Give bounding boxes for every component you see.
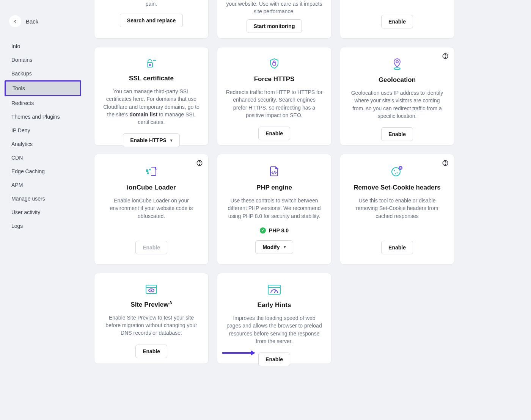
svg-point-5: [445, 57, 446, 58]
svg-point-14: [445, 164, 446, 165]
card-title: Force HTTPS: [254, 75, 295, 83]
svg-point-18: [395, 173, 396, 174]
svg-rect-11: [149, 169, 151, 170]
sidebar-item-cdn[interactable]: CDN: [0, 151, 86, 165]
browser-eye-icon: [145, 284, 158, 295]
card-title: PHP engine: [256, 184, 292, 191]
svg-rect-12: [147, 172, 149, 174]
card-desc: Improves the loading speed of web pages …: [226, 314, 323, 345]
card-desc: Use this tool to enable or disable remov…: [349, 197, 446, 220]
card-desc: pain.: [146, 0, 157, 8]
sidebar-nav: Info Domains Backups Tools Redirects The…: [0, 39, 86, 233]
enable-button[interactable]: Enable: [135, 345, 167, 358]
chevron-down-icon: ▾: [170, 138, 173, 143]
card-search-replace-partial: pain. Search and replace: [94, 0, 209, 39]
enable-button[interactable]: Enable: [258, 127, 290, 140]
enable-button[interactable]: Enable: [258, 353, 290, 366]
code-file-icon: [269, 165, 280, 178]
sidebar-item-themes-plugins[interactable]: Themes and Plugins: [0, 110, 86, 124]
card-title: Geolocation: [379, 76, 416, 84]
sidebar-item-analytics[interactable]: Analytics: [0, 137, 86, 151]
sidebar-item-info[interactable]: Info: [0, 39, 86, 53]
start-monitoring-button[interactable]: Start monitoring: [247, 19, 302, 33]
card-desc: You can manage third-party SSL certifica…: [103, 88, 200, 126]
enable-button[interactable]: Enable: [381, 241, 413, 254]
card-site-preview: Site PreviewA Enable Site Preview to tes…: [94, 273, 209, 364]
sidebar-item-edge-caching[interactable]: Edge Caching: [0, 165, 86, 178]
svg-rect-10: [146, 169, 148, 172]
enable-button[interactable]: Enable: [381, 127, 413, 141]
card-force-https: Force HTTPS Redirects traffic from HTTP …: [217, 47, 331, 146]
sidebar-item-domains[interactable]: Domains: [0, 53, 86, 67]
cube-file-icon: [145, 165, 158, 178]
card-geolocation: Geolocation Geolocation uses IP address …: [340, 47, 454, 146]
sidebar-item-logs[interactable]: Logs: [0, 219, 86, 233]
card-desc: Use these controls to switch between dif…: [226, 197, 323, 220]
card-partial-3: Enable: [340, 0, 454, 39]
enable-https-button[interactable]: Enable HTTPS ▾: [123, 133, 180, 147]
lock-cert-icon: [145, 58, 158, 69]
php-status: ✓ PHP 8.0: [260, 227, 289, 234]
sidebar: Back Info Domains Backups Tools Redirect…: [0, 0, 86, 420]
back-row: Back: [0, 15, 86, 27]
svg-rect-1: [149, 64, 151, 66]
enable-button: Enable: [135, 241, 167, 254]
card-monitoring-partial: your website. Use with care as it impact…: [217, 0, 331, 39]
php-version-label: PHP 8.0: [269, 227, 289, 234]
svg-point-17: [396, 172, 397, 173]
svg-line-26: [274, 290, 276, 293]
svg-point-7: [394, 68, 400, 69]
card-desc: Enable ionCube Loader on your environmen…: [103, 197, 200, 220]
card-title: Early Hints: [258, 301, 291, 309]
shield-lock-icon: [269, 58, 280, 69]
card-desc: Redirects traffic from HTTP to HTTPS for…: [226, 88, 323, 119]
card-desc: Geolocation uses IP address to identify …: [349, 89, 446, 120]
sidebar-item-manage-users[interactable]: Manage users: [0, 192, 86, 205]
card-title: ionCube Loader: [127, 184, 176, 191]
domain-list-link[interactable]: domain list: [129, 111, 157, 118]
svg-rect-3: [273, 63, 276, 65]
svg-point-9: [199, 164, 200, 165]
card-title: Site PreviewA: [130, 301, 172, 309]
help-icon[interactable]: [196, 160, 203, 166]
sidebar-item-ip-deny[interactable]: IP Deny: [0, 124, 86, 137]
card-remove-cookie: Remove Set-Cookie headers Use this tool …: [340, 154, 454, 265]
sidebar-item-user-activity[interactable]: User activity: [0, 205, 86, 219]
card-desc: your website. Use with care as it impact…: [226, 0, 323, 16]
title-text: Site Preview: [130, 301, 168, 308]
card-title: SSL certificate: [129, 75, 174, 82]
card-desc: Enable Site Preview to test your site be…: [103, 314, 200, 337]
back-label: Back: [26, 18, 38, 25]
card-php-engine: PHP engine Use these controls to switch …: [217, 154, 331, 265]
beta-sup: A: [169, 301, 172, 305]
card-title: Remove Set-Cookie headers: [353, 184, 441, 191]
browser-speed-icon: [267, 284, 281, 295]
button-label: Enable HTTPS: [130, 137, 167, 143]
back-button[interactable]: [9, 15, 21, 27]
search-replace-button[interactable]: Search and replace: [120, 14, 183, 27]
card-early-hints: Early Hints Improves the loading speed o…: [217, 273, 331, 364]
card-ioncube: ionCube Loader Enable ionCube Loader on …: [94, 154, 209, 265]
main-content: pain. Search and replace your website. U…: [86, 0, 531, 420]
svg-point-16: [394, 170, 395, 171]
map-pin-icon: [392, 58, 402, 70]
sidebar-item-redirects[interactable]: Redirects: [0, 96, 86, 110]
arrow-left-icon: [13, 19, 18, 24]
sidebar-item-tools[interactable]: Tools: [5, 80, 81, 96]
card-ssl: SSL certificate You can manage third-par…: [94, 47, 209, 146]
annotation-arrow: [222, 352, 255, 354]
cookie-remove-icon: [391, 165, 404, 178]
svg-point-6: [396, 61, 398, 63]
sidebar-item-apm[interactable]: APM: [0, 178, 86, 192]
modify-button[interactable]: Modify ▾: [255, 240, 293, 254]
sidebar-item-backups[interactable]: Backups: [0, 67, 86, 80]
chevron-down-icon: ▾: [284, 244, 286, 249]
enable-button[interactable]: Enable: [381, 15, 413, 28]
help-icon[interactable]: [442, 160, 449, 166]
check-icon: ✓: [260, 227, 266, 234]
button-label: Modify: [262, 244, 280, 250]
help-icon[interactable]: [442, 53, 449, 60]
svg-point-23: [151, 290, 152, 291]
